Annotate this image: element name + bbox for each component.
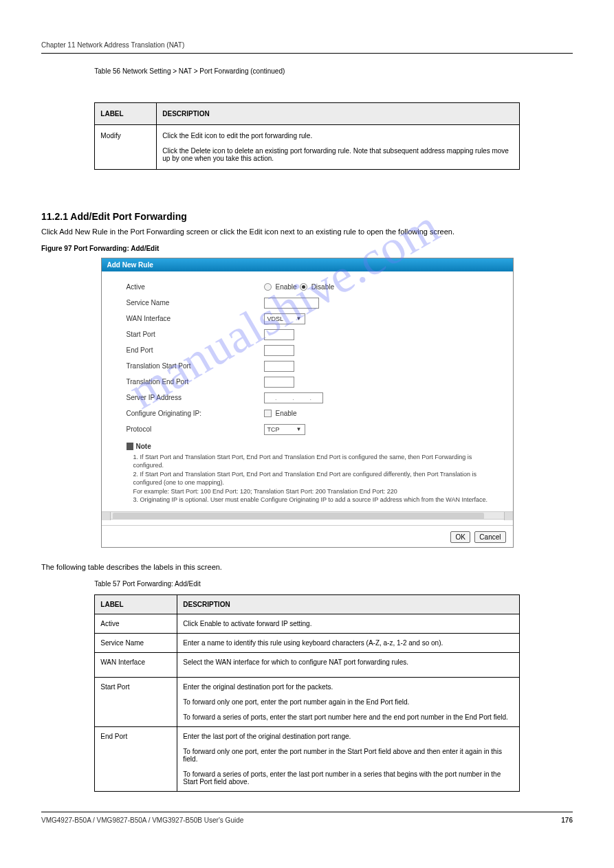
label-tend: Translation End Port bbox=[127, 378, 264, 386]
table1-caption: Table 56 Network Setting > NAT > Port Fo… bbox=[94, 67, 573, 75]
label-protocol: Protocol bbox=[127, 425, 264, 433]
row-active: Active Enable Disable bbox=[127, 281, 496, 293]
radio-disable[interactable] bbox=[300, 283, 307, 291]
label-origip: Configure Originating IP: bbox=[127, 410, 264, 417]
row-wan: WAN Interface VDSL ▼ bbox=[127, 313, 496, 325]
row-protocol: Protocol TCP ▼ bbox=[127, 423, 496, 436]
cell-desc: Enter the original destination port for … bbox=[177, 677, 519, 726]
cell-label: Service Name bbox=[95, 633, 177, 652]
row-startport: Start Port bbox=[127, 329, 496, 341]
book-title: VMG4927-B50A / VMG9827-B50A / VMG3927-B5… bbox=[41, 816, 243, 824]
th-desc: DESCRIPTION bbox=[157, 103, 519, 125]
radio-enable-label: Enable bbox=[276, 283, 297, 291]
table2-intro: The following table describes the labels… bbox=[41, 561, 573, 573]
horizontal-scrollbar[interactable] bbox=[102, 511, 513, 520]
row-tend: Translation End Port bbox=[127, 376, 496, 388]
ok-button[interactable]: OK bbox=[450, 531, 470, 543]
note-header: Note bbox=[127, 443, 496, 450]
table-57: LABEL DESCRIPTION Active Click Enable to… bbox=[94, 594, 519, 792]
table2-caption: Table 57 Port Forwarding: Add/Edit bbox=[94, 580, 573, 588]
label-serverip: Server IP Address bbox=[127, 394, 264, 401]
label-active: Active bbox=[127, 283, 264, 291]
row-serverip: Server IP Address ... bbox=[127, 392, 496, 404]
note-line: 3. Originating IP is optional. User must… bbox=[133, 496, 496, 504]
radio-enable[interactable] bbox=[264, 283, 272, 291]
row-origip: Configure Originating IP: Enable bbox=[127, 408, 496, 420]
start-port-input[interactable] bbox=[264, 329, 294, 340]
server-ip-input[interactable]: ... bbox=[264, 392, 323, 403]
cell-label: Active bbox=[95, 614, 177, 633]
chapter-line: Chapter 11 Network Address Translation (… bbox=[41, 41, 573, 54]
label-tstart: Translation Start Port bbox=[127, 362, 264, 370]
translation-start-input[interactable] bbox=[264, 361, 294, 372]
service-name-input[interactable] bbox=[264, 298, 319, 309]
dialog-footer: OK Cancel bbox=[102, 525, 513, 547]
figure-caption: Figure 97 Port Forwarding: Add/Edit bbox=[41, 245, 573, 252]
table-row: Modify Click the Edit icon to edit the p… bbox=[95, 125, 519, 170]
cell-label: Start Port bbox=[95, 677, 177, 726]
note-line: 2. If Start Port and Translation Start P… bbox=[133, 470, 496, 487]
note-line: For example: Start Port: 100 End Port: 1… bbox=[133, 487, 496, 496]
dialog-title: Add New Rule bbox=[102, 258, 513, 271]
scrollbar-thumb[interactable] bbox=[113, 513, 484, 520]
radio-disable-label: Disable bbox=[311, 283, 334, 291]
note-list: 1. If Start Port and Translation Start P… bbox=[133, 453, 496, 505]
cell-desc: Click the Edit icon to edit the port for… bbox=[157, 125, 519, 170]
row-service: Service Name bbox=[127, 297, 496, 309]
originating-ip-checkbox[interactable] bbox=[264, 410, 272, 417]
table-row: WAN Interface Select the WAN interface f… bbox=[95, 652, 519, 677]
th-label: LABEL bbox=[95, 594, 177, 614]
th-label: LABEL bbox=[95, 103, 157, 125]
label-endport: End Port bbox=[127, 346, 264, 354]
protocol-value: TCP bbox=[267, 426, 280, 433]
table-row: Start Port Enter the original destinatio… bbox=[95, 677, 519, 726]
note-label: Note bbox=[136, 443, 151, 450]
cell-desc: Select the WAN interface for which to co… bbox=[177, 652, 519, 677]
section-text: Click Add New Rule in the Port Forwardin… bbox=[41, 226, 573, 238]
wan-interface-select[interactable]: VDSL ▼ bbox=[264, 313, 305, 324]
page-footer: VMG4927-B50A / VMG9827-B50A / VMG3927-B5… bbox=[41, 812, 573, 824]
cancel-button[interactable]: Cancel bbox=[474, 531, 505, 543]
protocol-select[interactable]: TCP ▼ bbox=[264, 424, 305, 435]
cell-label: WAN Interface bbox=[95, 652, 177, 677]
table-row: Active Click Enable to activate forward … bbox=[95, 614, 519, 633]
label-wan: WAN Interface bbox=[127, 315, 264, 322]
th-desc: DESCRIPTION bbox=[177, 594, 519, 614]
chevron-down-icon: ▼ bbox=[296, 426, 302, 432]
table-56: LABEL DESCRIPTION Modify Click the Edit … bbox=[94, 102, 519, 170]
add-rule-dialog: Add New Rule Active Enable Disable Servi… bbox=[101, 258, 514, 548]
cell-label: End Port bbox=[95, 726, 177, 791]
cell-desc: Enter a name to identify this rule using… bbox=[177, 633, 519, 652]
label-service: Service Name bbox=[127, 299, 264, 307]
chapter-title: Chapter 11 Network Address Translation (… bbox=[41, 41, 184, 49]
translation-end-input[interactable] bbox=[264, 377, 294, 388]
end-port-input[interactable] bbox=[264, 345, 294, 356]
label-startport: Start Port bbox=[127, 331, 264, 338]
chevron-down-icon: ▼ bbox=[296, 315, 302, 322]
cell-desc: Enter the last port of the original dest… bbox=[177, 726, 519, 791]
row-tstart: Translation Start Port bbox=[127, 360, 496, 372]
cell-label: Modify bbox=[95, 125, 157, 170]
note-icon bbox=[127, 443, 133, 450]
page-number: 176 bbox=[561, 816, 573, 824]
table-row: End Port Enter the last port of the orig… bbox=[95, 726, 519, 791]
enable-checkbox-label: Enable bbox=[276, 410, 297, 417]
row-endport: End Port bbox=[127, 344, 496, 357]
section-heading: 11.2.1 Add/Edit Port Forwarding bbox=[41, 211, 573, 222]
table-row: Service Name Enter a name to identify th… bbox=[95, 633, 519, 652]
cell-desc: Click Enable to activate forward IP sett… bbox=[177, 614, 519, 633]
note-line: 1. If Start Port and Translation Start P… bbox=[133, 453, 496, 470]
wan-value: VDSL bbox=[267, 315, 284, 322]
